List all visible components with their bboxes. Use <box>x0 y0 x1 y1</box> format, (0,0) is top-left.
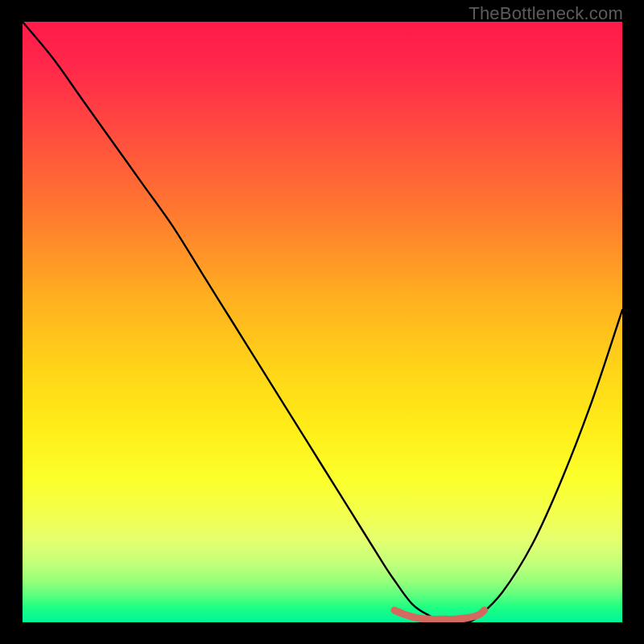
chart-container: TheBottleneck.com <box>0 0 644 644</box>
optimal-range-marker-line <box>394 610 485 619</box>
bottleneck-curve-line <box>23 22 622 622</box>
chart-svg <box>23 22 622 622</box>
plot-area <box>23 22 622 622</box>
